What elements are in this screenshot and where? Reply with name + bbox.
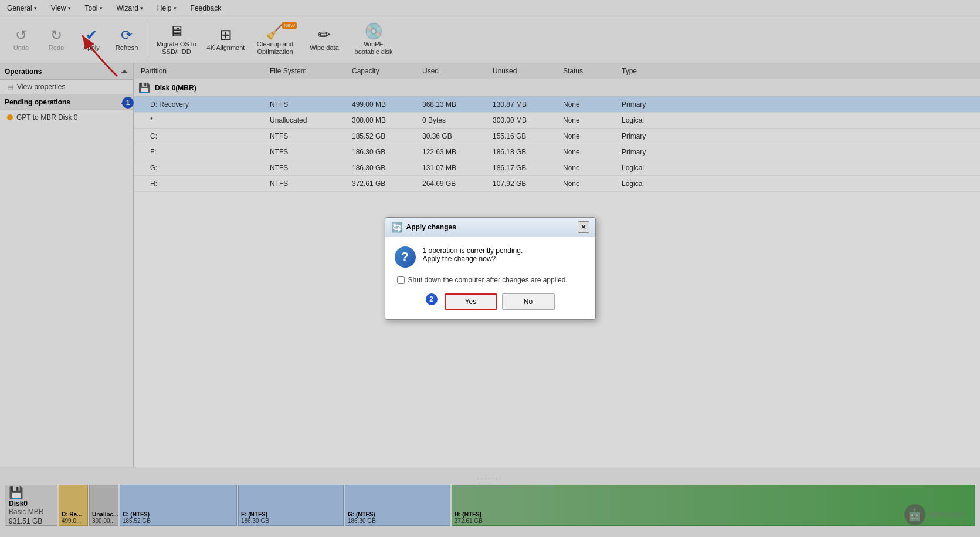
yes-button[interactable]: Yes xyxy=(445,293,497,310)
dialog-close-button[interactable]: ✕ xyxy=(578,221,589,233)
shutdown-label: Shut down the computer after changes are… xyxy=(408,276,568,284)
shutdown-checkbox[interactable] xyxy=(397,276,405,284)
dialog-content-row: ? 1 operation is currently pending. Appl… xyxy=(395,246,586,268)
dialog-title-icon: 🔄 xyxy=(391,222,403,233)
no-button[interactable]: No xyxy=(502,293,555,310)
dialog-message-line2: Apply the change now? xyxy=(423,255,523,263)
dialog-buttons: 2 Yes No xyxy=(395,293,586,310)
step-2-circle: 2 xyxy=(426,293,438,305)
apply-changes-dialog: 🔄 Apply changes ✕ ? 1 operation is curre… xyxy=(385,217,596,320)
dialog-question-icon: ? xyxy=(395,246,416,268)
dialog-checkbox-row: Shut down the computer after changes are… xyxy=(395,276,586,284)
dialog-titlebar: 🔄 Apply changes ✕ xyxy=(385,218,595,237)
dialog-overlay: 🔄 Apply changes ✕ ? 1 operation is curre… xyxy=(0,0,980,537)
dialog-message: 1 operation is currently pending. Apply … xyxy=(423,246,523,263)
dialog-title-left: 🔄 Apply changes xyxy=(391,222,456,233)
dialog-body: ? 1 operation is currently pending. Appl… xyxy=(385,237,595,319)
dialog-message-line1: 1 operation is currently pending. xyxy=(423,246,523,255)
dialog-title: Apply changes xyxy=(406,223,456,231)
